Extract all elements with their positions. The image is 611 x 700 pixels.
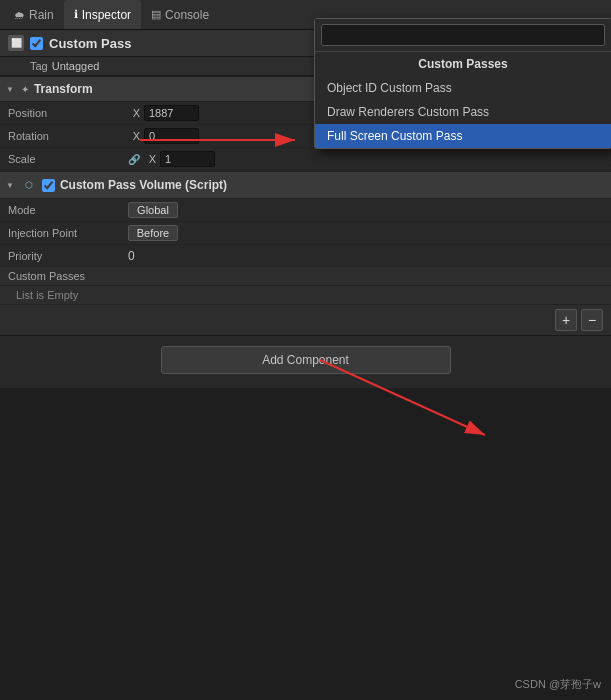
remove-pass-button[interactable]: − — [581, 309, 603, 331]
tab-inspector[interactable]: ℹ Inspector — [64, 0, 141, 29]
dropdown-item-2-label: Full Screen Custom Pass — [327, 129, 462, 143]
dropdown-item-1[interactable]: Draw Renderers Custom Pass — [315, 100, 611, 124]
tab-console-label: Console — [165, 8, 209, 22]
tab-rain-label: Rain — [29, 8, 54, 22]
gameobject-name: Custom Pass — [49, 36, 131, 51]
dropdown-search-input[interactable] — [321, 24, 605, 46]
tab-rain[interactable]: 🌧 Rain — [4, 0, 64, 29]
gameobject-active-checkbox[interactable] — [30, 37, 43, 50]
dropdown-search-area — [315, 19, 611, 52]
scale-row: Scale 🔗 X — [0, 148, 611, 171]
rotation-label: Rotation — [8, 130, 128, 142]
mode-label: Mode — [8, 204, 128, 216]
dropdown-item-0-label: Object ID Custom Pass — [327, 81, 452, 95]
list-empty: List is Empty — [0, 286, 611, 305]
gameobject-icon: ⬜ — [8, 35, 24, 51]
scale-x-label: X — [144, 153, 156, 165]
tab-inspector-label: Inspector — [82, 8, 131, 22]
custom-passes-label-text: Custom Passes — [8, 270, 85, 282]
tag-value: Untagged — [52, 60, 100, 72]
injection-label: Injection Point — [8, 227, 128, 239]
priority-value: 0 — [128, 249, 135, 263]
mode-value: Global — [128, 202, 178, 218]
list-empty-text: List is Empty — [16, 289, 78, 301]
add-pass-button[interactable]: + — [555, 309, 577, 331]
inspector-icon: ℹ — [74, 8, 78, 21]
scale-values: 🔗 X — [128, 151, 603, 167]
custom-pass-dropdown: Custom Passes Object ID Custom Pass Draw… — [314, 18, 611, 149]
script-section-header[interactable]: ▼ ⬡ Custom Pass Volume (Script) — [0, 171, 611, 199]
add-component-row: Add Component — [0, 336, 611, 384]
scale-label: Scale — [8, 153, 128, 165]
rotation-x-label: X — [128, 130, 140, 142]
script-icon: ⬡ — [21, 177, 37, 193]
transform-icon: ✦ — [21, 84, 29, 95]
dropdown-item-2[interactable]: Full Screen Custom Pass — [315, 124, 611, 148]
script-active-checkbox[interactable] — [42, 179, 55, 192]
transform-title: Transform — [34, 82, 93, 96]
mode-row: Mode Global — [0, 199, 611, 222]
tag-label: Tag — [30, 60, 48, 72]
watermark: CSDN @芽孢子w — [515, 677, 601, 692]
position-x-label: X — [128, 107, 140, 119]
rotation-x-input[interactable] — [144, 128, 199, 144]
dropdown-item-1-label: Draw Renderers Custom Pass — [327, 105, 489, 119]
script-collapse-icon: ▼ — [6, 181, 14, 190]
priority-label: Priority — [8, 250, 128, 262]
pm-row: + − — [0, 305, 611, 336]
rain-icon: 🌧 — [14, 9, 25, 21]
position-x-input[interactable] — [144, 105, 199, 121]
priority-row: Priority 0 — [0, 245, 611, 267]
custom-passes-label: Custom Passes — [0, 267, 611, 286]
dropdown-group-title: Custom Passes — [315, 52, 611, 76]
scale-x-input[interactable] — [160, 151, 215, 167]
console-icon: ▤ — [151, 8, 161, 21]
add-component-button[interactable]: Add Component — [161, 346, 451, 374]
injection-row: Injection Point Before — [0, 222, 611, 245]
script-title: Custom Pass Volume (Script) — [60, 178, 227, 192]
injection-value: Before — [128, 225, 178, 241]
tab-console[interactable]: ▤ Console — [141, 0, 219, 29]
scale-link-icon: 🔗 — [128, 154, 140, 165]
dropdown-item-0[interactable]: Object ID Custom Pass — [315, 76, 611, 100]
position-label: Position — [8, 107, 128, 119]
transform-collapse-icon: ▼ — [6, 85, 14, 94]
watermark-text: CSDN @芽孢子w — [515, 678, 601, 690]
